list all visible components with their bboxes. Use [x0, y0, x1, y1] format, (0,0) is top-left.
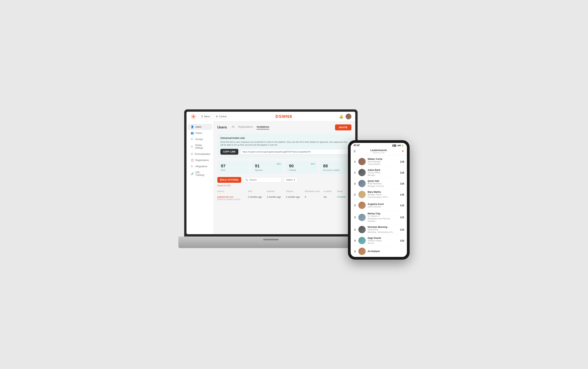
phone-menu-icon[interactable]: ☰: [353, 150, 356, 153]
lb-rank: 2: [353, 182, 356, 185]
lb-name: Ali Holland: [368, 250, 402, 253]
export-csv-link[interactable]: Export to CSV: [217, 184, 351, 187]
personalisation-icon: ⚙: [191, 153, 193, 155]
phone-status-icons: ▌▌▌ wifi 🔋: [393, 144, 404, 147]
lb-info: Quinn Hail Retail MarketingManager Conve…: [368, 180, 398, 187]
lb-score: 115: [400, 239, 404, 242]
tab-registrations[interactable]: Registrations: [238, 125, 253, 129]
laptop-base: [178, 236, 363, 248]
lb-avatar: [358, 214, 366, 221]
phone-header: ☰ Leaderboards Clicks by User ▼: [351, 147, 407, 155]
lb-avatar: [358, 226, 366, 233]
sidebar: 👤 Users 👥 Teams ⚙ Groups ⚙: [186, 121, 214, 234]
control-button[interactable]: ⚙ Control: [214, 114, 229, 119]
stat-clicked-pct: 92%: [311, 163, 315, 165]
lb-name: Julius Byrd: [368, 169, 398, 171]
cell-reminders: 0: [305, 196, 322, 200]
lb-info: Nicholas Manning Retail BrandMarketing -…: [368, 226, 398, 233]
lb-info: Angelina Koch Sales Executive: [368, 203, 398, 208]
header-nav: ☰ Menu ⚙ Control: [199, 114, 229, 119]
lb-name: Angelina Koch: [368, 203, 398, 205]
list-item: 2 Mary Mathis Manager, BrandCommunicatio…: [351, 189, 407, 200]
nicholas-manning-name: Nicholas Manning: [368, 226, 398, 228]
lb-info: Julius Byrd Territory RetailManager: [368, 169, 398, 176]
lb-rank: 1: [353, 171, 356, 174]
sidebar-item-url-tracking[interactable]: 🔗 URL Tracking: [188, 169, 212, 178]
lb-avatar: [358, 169, 366, 176]
lb-avatar: [358, 158, 366, 165]
sidebar-label-integrations: Integrations: [195, 165, 207, 168]
stat-sent: 97 Sent: [217, 161, 249, 174]
lb-rank: 3: [353, 239, 356, 242]
col-sent: Sent: [248, 190, 265, 192]
sidebar-label-personalisation: Personalisation: [195, 153, 210, 155]
lb-rank: 2: [353, 193, 356, 196]
sidebar-item-teams[interactable]: 👥 Teams: [188, 130, 212, 136]
lb-name: Mary Mathis: [368, 191, 398, 193]
wifi-icon: wifi: [397, 144, 401, 147]
bulk-actions-button[interactable]: BULK ACTIONS: [217, 177, 241, 183]
invite-link-url: https://register.dsmn8.app/register/pega…: [240, 149, 348, 154]
copy-link-button[interactable]: COPY LINK: [220, 149, 238, 155]
invite-link-desc: Send this link to your employee you woul…: [220, 141, 348, 147]
stat-sent-label: Sent: [221, 169, 246, 171]
menu-label: Menu: [204, 115, 210, 118]
sidebar-item-integrations[interactable]: ⚙ Integrations: [188, 163, 212, 169]
phone-header-title: Leaderboards Clicks by User: [371, 149, 387, 154]
lb-avatar: [358, 237, 366, 244]
tab-all[interactable]: All: [232, 125, 234, 129]
stat-opened: 93% 91 Opened: [251, 161, 283, 174]
list-item: 3 Sage Duarte Solutions designdirector 1…: [351, 235, 407, 246]
stat-accounts-label: Accounts created: [323, 169, 348, 171]
col-is-admin: Is admin: [324, 190, 335, 192]
sidebar-item-global-settings[interactable]: ⚙ Global settings: [188, 142, 212, 151]
col-opened: Opened: [267, 190, 284, 192]
sidebar-item-users[interactable]: 👤 Users: [188, 124, 212, 130]
lb-score: 115: [400, 216, 404, 219]
main-content: Users All Registrations Invitations INVI…: [214, 121, 355, 234]
select-label: Select: [286, 179, 292, 181]
sidebar-label-users: Users: [195, 126, 201, 128]
lb-role: Territory RetailManager: [368, 171, 398, 176]
col-clicked: Clicked: [286, 190, 303, 192]
stat-accounts-value: 88: [323, 164, 348, 169]
sidebar-item-registrations[interactable]: 📋 Registrations: [188, 157, 212, 163]
col-reminders: Reminders sent: [305, 190, 322, 192]
lb-role: Retail MarketingManager Converse: [368, 182, 398, 187]
invite-link-row: COPY LINK https://register.dsmn8.app/reg…: [220, 149, 348, 155]
sidebar-item-personalisation[interactable]: ⚙ Personalisation: [188, 151, 212, 157]
search-box[interactable]: 🔍: [243, 177, 282, 183]
list-item: 3 Ali Holland: [351, 246, 407, 257]
tab-invitations[interactable]: Invitations: [257, 125, 269, 129]
notification-bell-icon[interactable]: 🔔: [339, 114, 343, 119]
invite-button[interactable]: INVITE: [335, 124, 351, 130]
teams-icon: 👥: [191, 132, 194, 134]
url-tracking-icon: 🔗: [191, 172, 194, 175]
cell-opened: 2 months ago: [267, 196, 284, 200]
menu-button[interactable]: ☰ Menu: [199, 114, 212, 119]
scene: ⊕ ☰ Menu ⚙ Control DSMN8: [178, 109, 410, 260]
laptop-screen: ⊕ ☰ Menu ⚙ Control DSMN8: [186, 112, 355, 234]
app-brand: DSMN8: [229, 114, 339, 119]
select-dropdown[interactable]: Select ▾: [284, 177, 297, 183]
filter-icon[interactable]: ▼: [402, 150, 404, 153]
registrations-icon: 📋: [191, 159, 194, 162]
gear-icon: ⚙: [216, 115, 218, 118]
lb-info: Walker Curtis Brand ManagerYoung Athlete…: [368, 158, 398, 165]
page-header: Users All Registrations Invitations INVI…: [217, 124, 351, 130]
lb-score: 115: [400, 228, 404, 231]
user-avatar[interactable]: [346, 114, 351, 119]
cell-clicked: 2 months ago: [286, 196, 303, 200]
invite-link-title: Universal Invite Link: [220, 137, 348, 139]
list-item: 1 Walker Curtis Brand ManagerYoung Athle…: [351, 156, 407, 167]
hamburger-icon: ☰: [201, 115, 203, 118]
laptop: ⊕ ☰ Menu ⚙ Control DSMN8: [178, 109, 363, 248]
lb-rank: 3: [353, 250, 356, 253]
stat-opened-value: 91: [255, 164, 280, 169]
tabs: All Registrations Invitations: [232, 125, 335, 129]
search-input[interactable]: [249, 179, 279, 181]
sidebar-item-groups[interactable]: ⚙ Groups: [188, 136, 212, 142]
email-link[interactable]: je@dsmn8.com: [217, 196, 247, 198]
settings-icon: ⚙: [191, 145, 194, 148]
search-icon: 🔍: [245, 179, 248, 181]
